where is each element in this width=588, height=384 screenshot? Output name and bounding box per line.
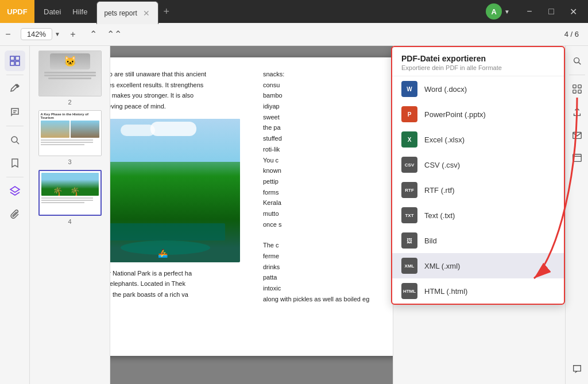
export-label-xml: XML (.xml) <box>424 262 460 270</box>
export-header: PDF-Datei exportieren Exportiere dein PD… <box>392 47 564 76</box>
menu-datei[interactable]: Datei <box>39 5 65 18</box>
user-avatar[interactable]: A <box>486 3 502 20</box>
pdf-page: ole who are still unaware that this anci… <box>110 57 393 356</box>
export-item-xml[interactable]: XML XML (.xml) <box>392 253 564 278</box>
right-comment-icon[interactable] <box>567 359 587 379</box>
page-navigation: 4 / 6 <box>564 30 579 38</box>
excel-icon: X <box>401 131 417 148</box>
thumbnails-icon[interactable] <box>5 51 25 71</box>
svg-rect-1 <box>16 56 20 60</box>
pdf-line3: nd and makes you stronger. It is also <box>110 92 194 99</box>
user-dropdown-arrow[interactable]: ▼ <box>504 9 510 15</box>
close-button[interactable]: ✕ <box>563 1 583 22</box>
annotate-icon[interactable] <box>5 102 25 122</box>
thumb-img-2: 🐱 <box>38 51 102 96</box>
left-sidebar <box>0 46 30 384</box>
topbar: UPDF Datei Hilfe pets report ✕ + A ▼ − □… <box>0 0 588 23</box>
maximize-button[interactable]: □ <box>541 1 562 22</box>
export-label-ppt: PowerPoint (.pptx) <box>424 110 486 119</box>
fit-width-button[interactable]: ⌃⌃ <box>106 26 122 42</box>
tab-pets-report[interactable]: pets report ✕ <box>96 1 158 24</box>
export-item-html[interactable]: HTML HTML (.html) <box>392 278 564 304</box>
right-settings-icon[interactable] <box>567 148 587 168</box>
main-area: 🐱 2 A Key Phase in the History of Touris… <box>0 46 588 384</box>
thumbnail-page-2[interactable]: 🐱 2 <box>34 51 105 106</box>
svg-rect-12 <box>578 85 581 88</box>
export-item-excel[interactable]: X Excel (.xlsx) <box>392 127 564 152</box>
xml-icon: XML <box>401 258 417 274</box>
pdf-line4: n achieving peace of mind. <box>110 103 166 110</box>
minimize-button[interactable]: − <box>519 1 540 22</box>
svg-line-10 <box>578 63 581 65</box>
menu-bar: Datei Hilfe <box>34 5 96 18</box>
pdf-right-text: snacks: consu bambo idiyap sweet the pa … <box>263 69 393 230</box>
window-controls: − □ ✕ <box>514 1 588 22</box>
page-info: 4 / 6 <box>564 30 579 38</box>
thumbnail-panel: 🐱 2 A Key Phase in the History of Touris… <box>30 46 110 384</box>
svg-point-9 <box>574 58 579 63</box>
thumbnail-page-4[interactable]: 🌴 🌴 4 <box>34 170 105 225</box>
divider2 <box>6 126 24 126</box>
svg-rect-3 <box>16 61 20 65</box>
app-logo[interactable]: UPDF <box>0 0 34 23</box>
toolbar: − 142% ▼ + ⌃ ⌃⌃ 4 / 6 <box>0 23 588 46</box>
svg-rect-14 <box>578 90 581 93</box>
menu-hilfe[interactable]: Hilfe <box>68 5 92 18</box>
fit-page-button[interactable]: ⌃ <box>86 26 102 42</box>
export-title: PDF-Datei exportieren <box>401 54 555 63</box>
export-item-rtf[interactable]: RTF RTF (.rtf) <box>392 177 564 203</box>
rtf-icon: RTF <box>401 182 417 198</box>
zoom-in-button[interactable]: + <box>65 26 81 42</box>
pdf-forest-image: 🌴 🌴 🌴 🌴 🚣 <box>110 119 240 262</box>
divider3 <box>6 177 24 177</box>
right-icons-panel <box>565 46 588 384</box>
tab-label: pets report <box>104 9 137 17</box>
attachment-icon[interactable] <box>5 204 25 224</box>
pdf-line2: provides excellent results. It strengthe… <box>110 82 203 88</box>
img-icon: 🖼 <box>401 232 417 249</box>
edit-icon[interactable] <box>5 79 25 99</box>
svg-rect-16 <box>572 154 581 162</box>
thumb-img-3: A Key Phase in the History of Tourism <box>38 110 102 156</box>
pdf-right-column: snacks: consu bambo idiyap sweet the pa … <box>252 57 393 356</box>
new-tab-button[interactable]: + <box>158 3 175 20</box>
pdf-bottom-text: Periyar National Park is a perfect ha In… <box>110 268 240 300</box>
export-item-bild[interactable]: 🖼 Bild <box>392 228 564 253</box>
zoom-dropdown-arrow[interactable]: ▼ <box>55 31 60 37</box>
thumb-num-2: 2 <box>68 99 71 106</box>
export-item-csv[interactable]: CSV CSV (.csv) <box>392 152 564 177</box>
txt-icon: TXT <box>401 207 417 223</box>
right-panel: PDF-Datei exportieren Exportiere dein PD… <box>393 46 565 384</box>
zoom-out-button[interactable]: − <box>0 26 16 42</box>
export-label-word: Word (.docx) <box>424 85 467 94</box>
right-tools-icon[interactable] <box>567 79 587 99</box>
zoom-value[interactable]: 142% <box>21 28 52 40</box>
right-divider1 <box>569 75 585 75</box>
layers-icon[interactable] <box>5 181 25 201</box>
right-share-icon[interactable] <box>567 102 587 122</box>
pdf-left-column: ole who are still unaware that this anci… <box>110 57 252 356</box>
tabs-area: pets report ✕ + <box>96 0 486 23</box>
svg-point-6 <box>11 137 17 142</box>
export-label-txt: Text (.txt) <box>424 211 455 220</box>
html-icon: HTML <box>401 283 417 299</box>
export-item-powerpoint[interactable]: P PowerPoint (.pptx) <box>392 102 564 127</box>
bookmark-icon[interactable] <box>5 153 25 173</box>
right-mail-icon[interactable] <box>567 125 587 145</box>
export-label-excel: Excel (.xlsx) <box>424 135 465 144</box>
divider1 <box>6 75 24 75</box>
export-label-html: HTML (.html) <box>424 287 467 296</box>
export-label-csv: CSV (.csv) <box>424 161 460 169</box>
svg-rect-13 <box>572 90 575 93</box>
pdf-view[interactable]: ole who are still unaware that this anci… <box>110 46 393 384</box>
word-icon: W <box>401 81 417 97</box>
thumb-img-4: 🌴 🌴 <box>38 170 102 216</box>
thumbnail-page-3[interactable]: A Key Phase in the History of Tourism 3 <box>34 110 105 165</box>
right-search-icon[interactable] <box>567 51 587 71</box>
search-icon[interactable] <box>5 130 25 150</box>
export-item-word[interactable]: W Word (.docx) <box>392 76 564 102</box>
export-item-txt[interactable]: TXT Text (.txt) <box>392 203 564 228</box>
tab-close-button[interactable]: ✕ <box>142 9 151 18</box>
export-dropdown: PDF-Datei exportieren Exportiere dein PD… <box>391 46 565 305</box>
pdf-text-left: ole who are still unaware that this anci… <box>110 69 240 112</box>
